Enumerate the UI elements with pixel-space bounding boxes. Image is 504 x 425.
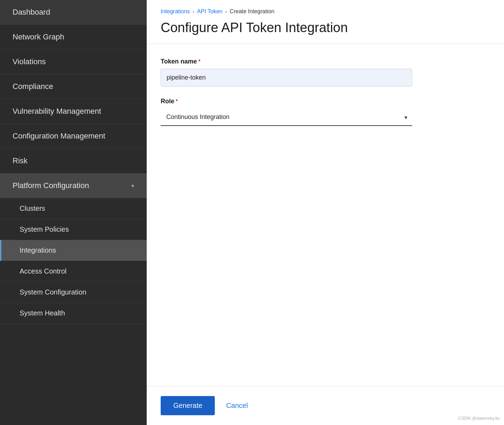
sidebar-item-label: System Health [20, 309, 65, 317]
sidebar-item-integrations[interactable]: Integrations [0, 240, 147, 261]
sidebar-item-configuration-management[interactable]: Configuration Management [0, 124, 147, 149]
watermark: CSDN @dawnsky.liu [458, 416, 500, 421]
token-name-input[interactable] [161, 69, 412, 87]
page-title: Configure API Token Integration [161, 20, 490, 35]
sidebar-item-dashboard[interactable]: Dashboard [0, 0, 147, 25]
form-area: Token name * Role * Continuous Integrati… [147, 44, 504, 386]
role-required: * [176, 98, 178, 105]
sidebar-item-platform-configuration[interactable]: Platform Configuration ▾ [0, 173, 147, 198]
sidebar-item-label: Clusters [20, 204, 45, 212]
token-name-group: Token name * [161, 58, 490, 87]
sidebar-item-label: Compliance [13, 82, 53, 91]
breadcrumb-integrations[interactable]: Integrations [161, 8, 190, 15]
cancel-button[interactable]: Cancel [223, 396, 250, 415]
sidebar-item-system-policies[interactable]: System Policies [0, 219, 147, 240]
role-group: Role * Continuous IntegrationAdminAnalys… [161, 98, 490, 126]
sidebar-item-risk[interactable]: Risk [0, 149, 147, 173]
sidebar-item-label: Integrations [20, 246, 56, 254]
sidebar: Dashboard Network Graph Violations Compl… [0, 0, 147, 425]
generate-button[interactable]: Generate [161, 396, 215, 415]
sidebar-item-label: Access Control [20, 267, 67, 275]
role-select-wrapper: Continuous IntegrationAdminAnalystRead O… [161, 109, 412, 126]
sidebar-item-label: Platform Configuration [13, 181, 89, 190]
sidebar-item-access-control[interactable]: Access Control [0, 261, 147, 282]
chevron-down-icon: ▾ [131, 182, 134, 189]
breadcrumb: Integrations › API Token › Create Integr… [147, 0, 504, 20]
role-label: Role * [161, 98, 490, 105]
sidebar-item-label: Network Graph [13, 32, 64, 42]
sidebar-item-label: System Policies [20, 225, 69, 233]
token-name-label: Token name * [161, 58, 490, 65]
breadcrumb-api-token[interactable]: API Token [197, 8, 222, 15]
sidebar-item-system-health[interactable]: System Health [0, 303, 147, 324]
sidebar-item-system-configuration[interactable]: System Configuration [0, 282, 147, 303]
breadcrumb-sep-2: › [225, 9, 227, 14]
sidebar-item-label: Dashboard [13, 8, 50, 17]
breadcrumb-create-integration: Create Integration [230, 8, 275, 15]
page-title-area: Configure API Token Integration [147, 20, 504, 44]
sidebar-item-label: Configuration Management [13, 132, 105, 141]
sidebar-item-label: Violations [13, 57, 46, 66]
breadcrumb-sep-1: › [193, 9, 195, 14]
token-name-required: * [198, 59, 200, 65]
sidebar-item-compliance[interactable]: Compliance [0, 74, 147, 99]
sidebar-item-network-graph[interactable]: Network Graph [0, 25, 147, 50]
sidebar-item-label: Vulnerability Management [13, 107, 101, 116]
sidebar-item-clusters[interactable]: Clusters [0, 198, 147, 219]
sidebar-item-vulnerability-management[interactable]: Vulnerability Management [0, 99, 147, 124]
main-content: Integrations › API Token › Create Integr… [147, 0, 504, 425]
sidebar-item-label: System Configuration [20, 288, 86, 296]
sidebar-item-violations[interactable]: Violations [0, 50, 147, 74]
sidebar-item-label: Risk [13, 156, 28, 165]
footer-actions: Generate Cancel [147, 386, 504, 425]
role-select[interactable]: Continuous IntegrationAdminAnalystRead O… [161, 109, 412, 126]
